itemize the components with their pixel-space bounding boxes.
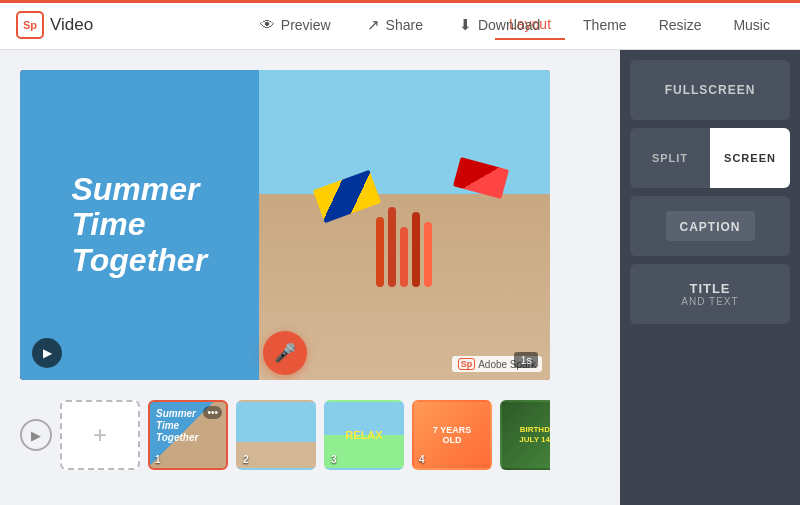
figure-4 (412, 212, 420, 287)
header-center-actions: 👁 Preview ↗ Share ⬇ Download (242, 10, 558, 40)
add-slide-button[interactable]: + (60, 400, 140, 470)
timeline-item-1[interactable]: SummerTimeTogether ••• 1 (148, 400, 228, 470)
nav-music[interactable]: Music (719, 11, 784, 39)
mic-button[interactable]: 🎤 (263, 331, 307, 375)
main-area: SummerTimeTogether (0, 50, 800, 505)
fullscreen-label: FULLSCREEN (665, 83, 756, 97)
video-title: SummerTimeTogether (71, 172, 207, 278)
video-right-panel: Sp Adobe Spark (259, 70, 551, 380)
share-icon: ↗ (367, 16, 380, 34)
download-button[interactable]: ⬇ Download (441, 10, 558, 40)
logo-icon: Sp (16, 11, 44, 39)
header: Sp Video 👁 Preview ↗ Share ⬇ Download La… (0, 0, 800, 50)
caption-label: CAPTION (680, 220, 741, 234)
timeline-item-4[interactable]: 7 YEARSOLD 4 (412, 400, 492, 470)
title-label: TITLE (689, 281, 730, 296)
layout-title[interactable]: TITLE AND TEXT (630, 264, 790, 324)
layout-caption[interactable]: CAPTION (630, 196, 790, 256)
video-controls: ▶ (32, 338, 62, 368)
canvas-area: SummerTimeTogether (0, 50, 620, 505)
eye-icon: 👁 (260, 16, 275, 33)
flag-2 (453, 157, 509, 199)
layout-split[interactable]: SPLIT SCREEN (630, 128, 790, 188)
thumb-5-text: BIRTHDAYJULY 14TH (519, 425, 550, 446)
timeline: ▶ + SummerTimeTogether ••• 1 2 RELAX 3 7… (20, 392, 550, 478)
time-badge: 1s (514, 352, 538, 368)
thumb-4-text: 7 YEARSOLD (433, 425, 471, 445)
and-text-label: AND TEXT (681, 296, 738, 307)
timeline-item-5[interactable]: BIRTHDAYJULY 14TH (500, 400, 550, 470)
beach-background (259, 70, 551, 380)
play-button[interactable]: ▶ (32, 338, 62, 368)
video-preview: SummerTimeTogether (20, 70, 550, 380)
nav-resize[interactable]: Resize (645, 11, 716, 39)
split-label: SPLIT (652, 152, 688, 164)
layout-fullscreen[interactable]: FULLSCREEN (630, 60, 790, 120)
logo-area: Sp Video (16, 11, 93, 39)
screen-label: SCREEN (724, 152, 776, 164)
app-title: Video (50, 15, 93, 35)
preview-button[interactable]: 👁 Preview (242, 10, 349, 39)
figure-3 (400, 227, 408, 287)
nav-theme[interactable]: Theme (569, 11, 641, 39)
timeline-play-button[interactable]: ▶ (20, 419, 52, 451)
figure-2 (388, 207, 396, 287)
timeline-item-3[interactable]: RELAX 3 (324, 400, 404, 470)
timeline-item-2[interactable]: 2 (236, 400, 316, 470)
split-left: SPLIT (630, 152, 710, 164)
download-icon: ⬇ (459, 16, 472, 34)
figure-1 (376, 217, 384, 287)
figure-5 (424, 222, 432, 287)
top-bar (0, 0, 800, 3)
split-right: SCREEN (710, 128, 790, 188)
beach-figures (259, 207, 551, 287)
video-left-panel: SummerTimeTogether (20, 70, 259, 380)
relax-label: RELAX (345, 429, 382, 441)
item-1-menu[interactable]: ••• (203, 406, 222, 419)
right-panel: FULLSCREEN SPLIT SCREEN CAPTION TITLE AN… (620, 50, 800, 505)
share-button[interactable]: ↗ Share (349, 10, 441, 40)
